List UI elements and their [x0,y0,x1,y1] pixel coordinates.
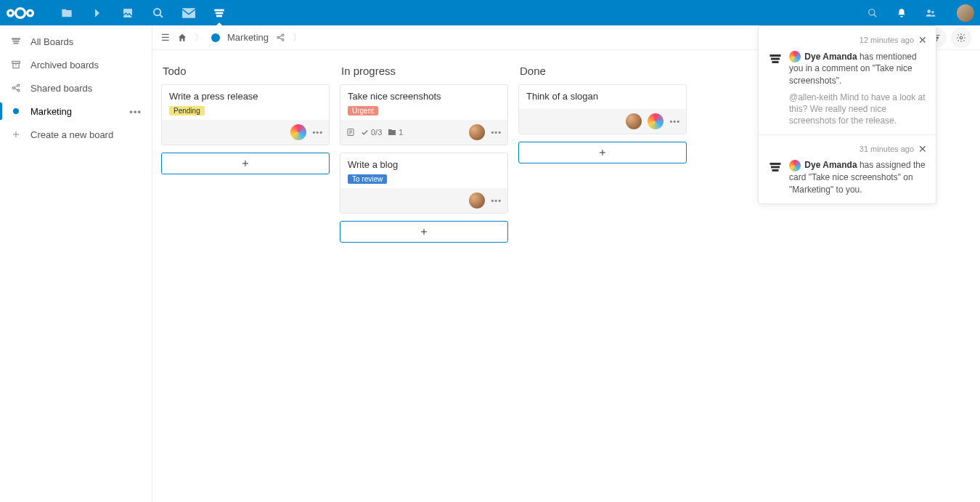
notification-text: Dye Amanda has assigned the card "Take n… [789,159,927,195]
activity-icon[interactable] [90,6,105,20]
gallery-icon[interactable] [121,6,135,20]
svg-rect-12 [12,38,20,39]
notification-item[interactable]: 12 minutes ago ✕ Dye Amanda has mentione… [759,26,936,135]
svg-point-0 [16,8,25,17]
svg-point-1 [8,10,14,16]
assignee-avatar [648,113,663,129]
card-title: Write a press release [169,91,322,102]
search-icon[interactable] [865,6,880,20]
assignee-avatar [469,193,485,209]
dismiss-notification-icon[interactable]: ✕ [918,33,927,48]
notification-text: Dye Amanda has mentioned you in a commen… [789,51,927,127]
share-icon[interactable] [276,33,285,42]
notifications-popover: 12 minutes ago ✕ Dye Amanda has mentione… [758,25,936,204]
svg-rect-31 [771,57,780,60]
card[interactable]: Write a blog To review ••• [340,153,508,214]
card-menu-icon[interactable]: ••• [669,117,680,126]
plus-icon [10,129,22,140]
svg-rect-8 [216,15,222,17]
app-logo[interactable] [6,6,35,20]
column-in-progress: In progress Take nice screenshots Urgent… [340,62,508,243]
column-title: In progress [340,62,508,84]
toggle-sidebar-icon[interactable]: ☰ [161,32,170,43]
sidebar-item-label: Archived boards [30,60,99,70]
board-name: Marketing [227,32,269,43]
add-card-button[interactable] [340,221,508,243]
column-title: Done [518,62,687,84]
board-color-dot [10,105,22,117]
sidebar-item-archived[interactable]: Archived boards [0,53,152,76]
svg-point-10 [927,9,931,13]
card-menu-icon[interactable]: ••• [491,196,502,205]
notification-item[interactable]: 31 minutes ago ✕ Dye Amanda has assigned… [759,135,936,203]
sidebar-item-label: Shared boards [30,83,92,94]
svg-point-28 [960,36,963,39]
assignee-avatar [290,124,306,140]
sidebar-item-all-boards[interactable]: All Boards [0,30,152,53]
svg-rect-30 [770,54,781,57]
card-tag: Pending [169,106,205,116]
card[interactable]: Write a press release Pending ••• [161,84,330,145]
user-avatar[interactable] [957,4,974,22]
add-card-button[interactable] [161,153,330,174]
board-menu-icon[interactable]: ••• [129,106,142,117]
card-menu-icon[interactable]: ••• [312,128,323,137]
svg-point-9 [869,9,875,15]
actor-avatar [789,51,801,62]
notification-extra: @allen-keith Mind to have a look at this… [789,92,927,127]
files-icon[interactable] [60,6,74,20]
actor-avatar [789,160,801,171]
svg-rect-32 [772,61,779,63]
search-app-icon[interactable] [151,6,166,20]
svg-rect-35 [772,169,779,171]
main: ☰ 〉 Marketing 〉 Todo Write a p [152,25,980,502]
svg-rect-13 [12,41,19,42]
svg-rect-6 [214,9,224,11]
sidebar-item-marketing[interactable]: Marketing ••• [0,100,152,123]
share-icon [10,82,22,94]
sidebar-item-create-board[interactable]: Create a new board [0,123,152,146]
column-todo: Todo Write a press release Pending ••• [161,62,330,174]
sidebar-item-shared[interactable]: Shared boards [0,76,152,100]
notification-time: 12 minutes ago [859,35,914,46]
contacts-icon[interactable] [923,6,938,20]
dismiss-notification-icon[interactable]: ✕ [918,142,927,157]
svg-rect-33 [770,163,781,165]
sidebar-item-label: Marketing [30,106,72,117]
svg-rect-5 [182,8,195,18]
svg-point-26 [936,36,938,38]
svg-point-2 [28,10,33,16]
topbar [0,0,980,25]
checklist-icon: 0/3 [361,128,382,137]
svg-rect-7 [216,12,224,14]
settings-button[interactable] [951,28,971,48]
deck-icon [767,161,783,195]
archive-icon [10,59,22,70]
card[interactable]: Think of a slogan ••• [518,84,687,134]
sidebar-item-label: Create a new board [30,129,113,140]
svg-point-11 [931,11,934,14]
mail-icon[interactable] [181,6,196,20]
card-tag: Urgent [348,106,378,116]
sidebar: All Boards Archived boards Shared boards… [0,25,152,502]
column-title: Todo [161,62,330,84]
home-icon[interactable] [177,33,187,43]
description-icon [346,128,355,137]
card-menu-icon[interactable]: ••• [491,128,502,137]
deck-icon [10,36,22,47]
card-title: Think of a slogan [526,91,679,102]
deck-icon [767,52,783,127]
board-color-dot [211,33,220,42]
attachment-icon: 1 [388,128,403,137]
card-title: Take nice screenshots [348,91,500,102]
breadcrumb-separator: 〉 [293,31,302,44]
card[interactable]: Take nice screenshots Urgent 0/3 1 ••• [340,84,508,145]
assignee-avatar [469,124,485,140]
deck-icon[interactable] [212,6,226,20]
card-tag: To review [348,174,387,184]
svg-rect-34 [771,166,780,169]
notification-time: 31 minutes ago [859,144,914,155]
notifications-icon[interactable] [894,6,909,20]
svg-rect-14 [14,43,19,44]
add-card-button[interactable] [518,142,687,163]
